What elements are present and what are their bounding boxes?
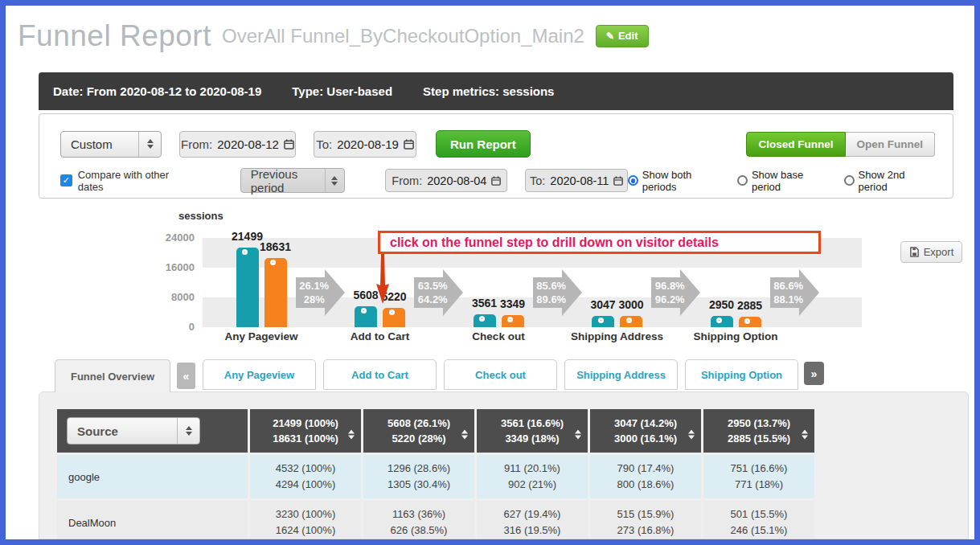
compare-dates-label: Compare with other dates — [78, 169, 195, 193]
to-date-input[interactable]: To: 2020-08-19 — [314, 131, 416, 158]
y-tick-label: 0 — [145, 321, 195, 333]
header-period1-value: 21499 (100%) — [250, 416, 361, 431]
y-axis-title: sessions — [178, 210, 223, 222]
export-button[interactable]: Export — [900, 241, 962, 263]
select-arrows-icon — [325, 169, 345, 192]
radio-option[interactable]: Show both periods — [628, 169, 727, 193]
sort-icon[interactable] — [575, 423, 581, 440]
tabs-scroll-left-button[interactable]: « — [177, 363, 195, 389]
compare-from-label: From: — [392, 174, 422, 187]
y-tick-label: 8000 — [145, 291, 195, 303]
compare-from-date-input[interactable]: From: 2020-08-04 — [385, 169, 507, 192]
conversion-percentages: 63.5%64.2% — [414, 279, 451, 306]
date-range-select[interactable]: Custom — [60, 131, 162, 158]
select-arrows-icon — [138, 132, 161, 157]
header-period1-value: 2950 (13.7%) — [703, 416, 814, 431]
compare-to-date-input[interactable]: To: 2020-08-11 — [525, 169, 628, 192]
to-label: To: — [316, 137, 332, 151]
controls-panel: Custom From: 2020-08-12 To: 2020-08-19 R… — [39, 113, 953, 199]
summary-type: Type: User-based — [292, 84, 392, 98]
metric-column-header: 3047 (14.2%)3000 (16.1%) — [590, 409, 701, 453]
conversion-arrow: 63.5%64.2% — [414, 269, 464, 316]
header-period2-value: 5220 (28%) — [363, 431, 474, 446]
metric-cell: 790 (17.4%)800 (18.6%) — [590, 455, 701, 498]
source-dimension-select[interactable]: Source — [67, 417, 200, 445]
tab-shipping-address[interactable]: Shipping Address — [564, 359, 678, 390]
compare-period-value: Previous period — [241, 167, 325, 195]
period-display-radios: Show both periodsShow base periodShow 2n… — [628, 169, 935, 193]
header-period1-value: 5608 (26.1%) — [363, 416, 474, 431]
compare-dates-checkbox[interactable]: ✓ — [60, 174, 72, 186]
export-button-label: Export — [924, 246, 954, 258]
tab-any-pageview[interactable]: Any Pageview — [203, 359, 316, 390]
category-label: Shipping Address — [571, 330, 663, 342]
radio-option[interactable]: Show 2nd period — [844, 169, 935, 193]
funnel-step-bar[interactable] — [236, 248, 259, 327]
summary-step-metrics: Step metrics: sessions — [423, 84, 554, 98]
to-value: 2020-08-19 — [337, 137, 399, 151]
source-column-header: Source — [57, 409, 248, 453]
bar-value-label: 3000 — [618, 298, 643, 311]
edit-button-label: Edit — [618, 30, 638, 42]
calendar-icon — [404, 139, 414, 150]
metric-column-header: 5608 (26.1%)5220 (28%) — [363, 409, 474, 453]
calendar-icon — [613, 176, 623, 186]
metric-cell: 4532 (100%)4294 (100%) — [250, 455, 361, 498]
tabs-scroll-right-button[interactable]: » — [804, 362, 824, 385]
run-report-button[interactable]: Run Report — [436, 130, 531, 158]
bar-marker-icon — [507, 317, 513, 322]
header-period2-value: 2885 (15.5%) — [703, 431, 814, 446]
funnel-overview-table: Source21499 (100%)18631 (100%)5608 (26.1… — [55, 407, 817, 539]
chevron-right-icon: » — [811, 367, 818, 380]
edit-button[interactable]: ✎ Edit — [596, 25, 649, 47]
controls-row-2: ✓ Compare with other dates Previous peri… — [60, 168, 935, 193]
source-cell: DealMoon — [57, 501, 248, 539]
closed-funnel-button[interactable]: Closed Funnel — [746, 132, 845, 157]
header-period2-value: 3000 (16.1%) — [590, 431, 701, 446]
tab-add-to-cart[interactable]: Add to Cart — [323, 359, 437, 390]
y-tick-label: 24000 — [145, 232, 195, 244]
bar-marker-icon — [626, 318, 632, 323]
source-cell: google — [57, 455, 248, 498]
bar-value-label: 21499 — [232, 230, 263, 243]
funnel-overview-panel: Source21499 (100%)18631 (100%)5608 (26.1… — [39, 391, 969, 539]
metric-column-header: 3561 (16.6%)3349 (18%) — [477, 409, 588, 453]
category-label: Add to Cart — [351, 330, 410, 342]
funnel-step-bar[interactable] — [474, 314, 496, 327]
bar-value-label: 3047 — [590, 298, 615, 311]
y-tick-label: 16000 — [145, 261, 195, 273]
open-funnel-button[interactable]: Open Funnel — [846, 132, 936, 157]
radio-option[interactable]: Show base period — [737, 169, 834, 193]
tab-shipping-option[interactable]: Shipping Option — [685, 359, 798, 390]
drilldown-arrow-icon — [373, 254, 392, 305]
sort-icon[interactable] — [348, 423, 355, 440]
conversion-arrow: 86.6%88.1% — [770, 269, 820, 316]
metric-cell: 1296 (28.6%)1305 (30.4%) — [363, 455, 474, 498]
table-row: DealMoon3230 (100%)1624 (100%)1163 (36%)… — [57, 501, 814, 539]
compare-period-select[interactable]: Previous period — [240, 168, 346, 193]
tab-funnel-overview[interactable]: Funnel Overview — [55, 359, 170, 392]
radio-label: Show 2nd period — [859, 169, 935, 193]
from-date-input[interactable]: From: 2020-08-12 — [179, 131, 296, 158]
from-label: From: — [181, 137, 212, 151]
funnel-name: OverAll Funnel_ByCheckoutOption_Main2 — [222, 25, 584, 47]
compare-to-label: To: — [530, 174, 545, 187]
summary-date-range: Date: From 2020-08-12 to 2020-08-19 — [53, 84, 261, 98]
sort-icon[interactable] — [461, 423, 468, 440]
bar-value-label: 18631 — [260, 240, 291, 253]
category-label: Check out — [472, 330, 524, 342]
tab-check-out[interactable]: Check out — [444, 359, 557, 390]
metric-cell: 515 (15.9%)273 (16.8%) — [590, 501, 701, 539]
bar-marker-icon — [598, 318, 604, 323]
header-period2-value: 18631 (100%) — [250, 431, 361, 446]
metric-cell: 501 (15.5%)246 (15.1%) — [703, 501, 814, 539]
category-label: Any Pageview — [225, 330, 298, 342]
bar-marker-icon — [270, 260, 276, 265]
pencil-icon: ✎ — [606, 31, 614, 42]
metric-cell: 627 (19.4%)316 (19.5%) — [477, 501, 588, 539]
funnel-step-bar[interactable] — [264, 258, 287, 327]
radio-label: Show base period — [752, 169, 834, 193]
bar-marker-icon — [479, 316, 485, 322]
sort-icon[interactable] — [802, 423, 808, 440]
sort-icon[interactable] — [688, 423, 695, 440]
